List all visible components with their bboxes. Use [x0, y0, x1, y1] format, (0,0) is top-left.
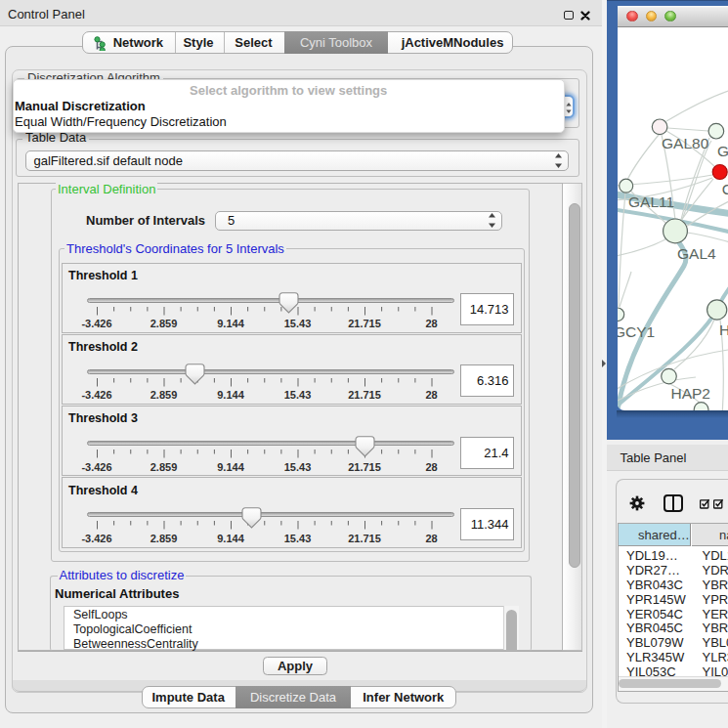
svg-text:H: H	[719, 321, 728, 338]
svg-text:GAL11: GAL11	[628, 193, 674, 210]
svg-text:GA: GA	[717, 143, 728, 159]
svg-text:C: C	[722, 181, 728, 197]
svg-text:GAL80: GAL80	[662, 135, 709, 151]
svg-text:HAP2: HAP2	[671, 385, 711, 402]
svg-text:GAL4: GAL4	[677, 245, 716, 262]
svg-text:GCY1: GCY1	[618, 323, 655, 340]
